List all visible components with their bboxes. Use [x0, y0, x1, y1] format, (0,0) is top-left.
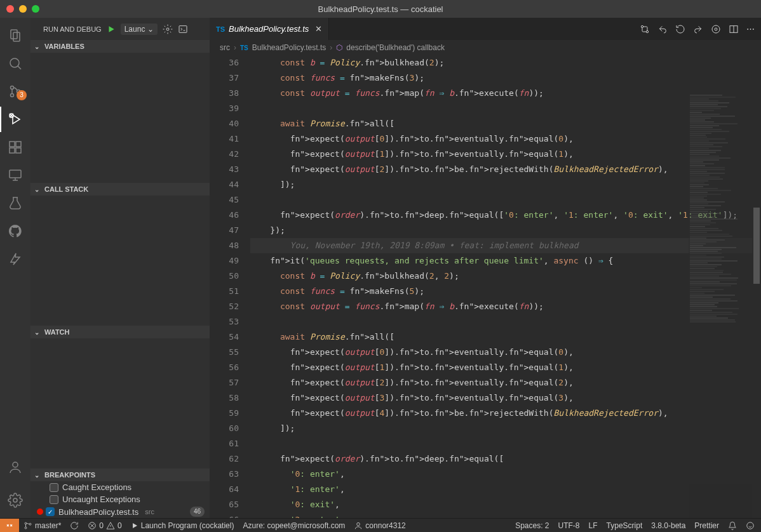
breadcrumb-item[interactable]: describe('Bulkhead') callback — [346, 43, 445, 52]
preview-icon[interactable] — [711, 24, 721, 34]
breakpoint-uncaught-exceptions[interactable]: Uncaught Exceptions — [30, 493, 210, 505]
launch-config-dropdown[interactable]: Launc ⌄ — [121, 23, 158, 35]
editor[interactable]: 3637383940414243444546474849505152535455… — [210, 55, 761, 518]
liveshare[interactable]: connor4312 — [349, 519, 410, 532]
breakpoints-section: Caught Exceptions Uncaught Exceptions Bu… — [30, 481, 210, 518]
svg-point-24 — [715, 28, 717, 30]
minimap[interactable] — [689, 93, 752, 518]
scrollbar-thumb[interactable] — [753, 208, 760, 284]
svg-rect-0 — [11, 30, 17, 39]
editor-area: TS BulkheadPolicy.test.ts ✕ ⋯ src › TS B… — [210, 18, 761, 518]
go-back-icon[interactable] — [657, 24, 668, 34]
go-forward-icon[interactable] — [693, 24, 703, 34]
eol-indicator[interactable]: LF — [584, 519, 602, 532]
extensions-tab[interactable] — [0, 135, 30, 160]
remote-tab[interactable] — [0, 163, 30, 188]
github-tab[interactable] — [0, 218, 30, 244]
svg-marker-18 — [109, 26, 114, 32]
breakpoints-section-header[interactable]: ⌄ BREAKPOINTS — [30, 469, 210, 481]
variables-label: VARIABLES — [44, 43, 84, 50]
line-numbers[interactable]: 3637383940414243444546474849505152535455… — [210, 55, 248, 518]
spaces-indicator[interactable]: Spaces: 2 — [511, 519, 553, 532]
svg-point-2 — [10, 58, 19, 67]
explorer-tab[interactable] — [0, 23, 30, 48]
start-debug-icon[interactable] — [107, 25, 116, 34]
errors-count: 0 — [99, 521, 104, 530]
chevron-down-icon: ⌄ — [34, 186, 42, 193]
sidebar-title: RUN AND DEBUG — [43, 25, 102, 33]
notifications-icon[interactable] — [724, 519, 741, 532]
svg-point-21 — [641, 25, 643, 27]
source-control-tab[interactable]: 3 — [0, 79, 30, 104]
callstack-label: CALL STACK — [44, 185, 88, 193]
prettier-status[interactable]: Prettier — [690, 519, 724, 532]
chevron-down-icon: ⌄ — [147, 25, 154, 34]
encoding-indicator[interactable]: UTF-8 — [554, 519, 584, 532]
tab-label: BulkheadPolicy.test.ts — [229, 24, 309, 34]
svg-marker-33 — [133, 523, 137, 528]
typescript-file-icon: TS — [216, 25, 225, 33]
breadcrumb[interactable]: src › TS BulkheadPolicy.test.ts › ⬡ desc… — [210, 40, 761, 55]
debug-console-icon[interactable] — [178, 24, 188, 34]
git-branch[interactable]: master* — [19, 519, 65, 532]
breakpoint-file-entry[interactable]: BulkheadPolicy.test.ts src 46 — [30, 505, 210, 518]
azure-tab[interactable] — [0, 246, 30, 272]
traffic-lights — [6, 5, 39, 13]
close-window-button[interactable] — [6, 5, 14, 13]
callstack-section — [30, 196, 210, 326]
checkbox[interactable] — [46, 507, 55, 516]
typescript-version[interactable]: 3.8.0-beta — [647, 519, 690, 532]
gear-icon[interactable] — [163, 24, 173, 34]
breakpoint-file-label: BulkheadPolicy.test.ts — [58, 507, 138, 517]
breakpoint-src-label: src — [145, 508, 154, 515]
revert-icon[interactable] — [675, 24, 685, 34]
debug-target[interactable]: Launch Program (cockatiel) — [126, 519, 239, 532]
more-icon[interactable]: ⋯ — [746, 24, 755, 34]
search-tab[interactable] — [0, 51, 30, 76]
svg-point-28 — [25, 527, 27, 529]
vertical-scrollbar[interactable] — [752, 93, 761, 518]
code-content[interactable]: const b = Policy.fn">bulkhead(2); const … — [248, 55, 761, 518]
window-title: BulkheadPolicy.test.ts — cockatiel — [318, 4, 443, 14]
feedback-icon[interactable] — [741, 519, 761, 532]
testing-tab[interactable] — [0, 190, 30, 216]
compare-changes-icon[interactable] — [640, 24, 650, 34]
azure-account[interactable]: Azure: copeet@microsoft.com — [238, 519, 349, 532]
language-mode[interactable]: TypeScript — [602, 519, 647, 532]
svg-rect-1 — [13, 32, 20, 41]
maximize-window-button[interactable] — [32, 5, 39, 13]
callstack-section-header[interactable]: ⌄ CALL STACK — [30, 183, 210, 196]
checkbox[interactable] — [50, 495, 58, 504]
close-icon[interactable]: ✕ — [315, 24, 322, 34]
minimize-window-button[interactable] — [19, 5, 27, 13]
svg-point-23 — [712, 25, 720, 33]
breakpoint-caught-exceptions[interactable]: Caught Exceptions — [30, 481, 210, 493]
split-editor-icon[interactable] — [729, 24, 739, 34]
watch-section — [30, 338, 210, 469]
debug-tab[interactable] — [0, 107, 30, 132]
watch-section-header[interactable]: ⌄ WATCH — [30, 326, 210, 338]
accounts-icon[interactable] — [0, 455, 30, 480]
editor-tab[interactable]: TS BulkheadPolicy.test.ts ✕ — [210, 18, 329, 40]
svg-point-35 — [747, 522, 754, 529]
azure-label: Azure: copeet@microsoft.com — [243, 521, 345, 530]
checkbox[interactable] — [50, 483, 58, 492]
remote-indicator[interactable] — [0, 519, 19, 532]
editor-actions: ⋯ — [640, 18, 761, 40]
breadcrumb-item[interactable]: BulkheadPolicy.test.ts — [252, 43, 327, 52]
breadcrumb-item[interactable]: src — [220, 43, 230, 52]
variables-section-header[interactable]: ⌄ VARIABLES — [30, 40, 210, 53]
chevron-right-icon: › — [330, 43, 332, 52]
svg-point-17 — [13, 498, 17, 502]
svg-rect-13 — [10, 170, 21, 178]
breakpoint-label: Uncaught Exceptions — [62, 495, 140, 504]
svg-point-29 — [29, 523, 31, 525]
chevron-down-icon: ⌄ — [34, 329, 42, 336]
problems[interactable]: 0 0 — [83, 519, 126, 532]
settings-icon[interactable] — [0, 488, 30, 513]
svg-rect-10 — [10, 148, 15, 153]
git-sync[interactable] — [65, 519, 83, 532]
warnings-count: 0 — [118, 521, 122, 530]
symbol-icon: ⬡ — [336, 43, 342, 52]
svg-marker-7 — [13, 115, 20, 124]
